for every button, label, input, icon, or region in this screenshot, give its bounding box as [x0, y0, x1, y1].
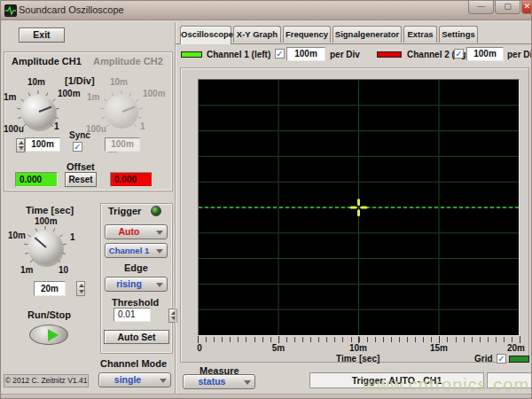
chevron-down-icon [156, 249, 163, 254]
tab-oscilloscope[interactable]: Oscilloscope [180, 26, 231, 44]
scope-grid-and-trace [199, 80, 519, 335]
trigger-mode-value: Auto [106, 225, 153, 239]
x-major-tick [520, 336, 520, 343]
measure-value: status [184, 375, 240, 388]
trigger-mode-dropdown[interactable]: Auto [105, 224, 168, 239]
time-scale-1: 1 [70, 232, 75, 242]
x-axis-ticks [198, 337, 520, 342]
ch2-scale-1m: 1m [87, 92, 99, 102]
offset-reset-button[interactable]: Reset [65, 172, 97, 187]
threshold-spinner[interactable] [168, 309, 177, 323]
channel2-checkbox[interactable]: ✓ [454, 49, 464, 59]
channel1-color-swatch [181, 51, 202, 58]
minimize-button[interactable]: — [468, 1, 494, 14]
channel-mode-dropdown[interactable]: single [98, 372, 171, 387]
x-major-tick [278, 336, 279, 343]
channel2-per-div-field[interactable]: 100m [466, 47, 504, 61]
ch2-scale-100m: 100m [143, 89, 166, 98]
watermark: www.cntronics.com [363, 375, 529, 395]
channel2-per-div-label: per Div [507, 50, 532, 59]
x-tick-20m: 20m [507, 343, 525, 353]
tab-xy-graph[interactable]: X-Y Graph [233, 26, 281, 43]
amplitude-ch1-spinner[interactable] [16, 138, 25, 153]
tab-extras[interactable]: Extras [403, 26, 437, 43]
channel1-per-div-label: per Div [330, 50, 360, 59]
trigger-label: Trigger [108, 206, 141, 216]
time-scale-100m: 100m [35, 216, 58, 226]
x-tick-0: 0 [197, 343, 202, 353]
run-stop-button[interactable] [29, 325, 68, 345]
close-button[interactable]: ✕ [521, 1, 532, 14]
trigger-led [151, 206, 161, 216]
window-title: Soundcard Oszilloscope [19, 4, 124, 15]
time-scale-10m: 10m [8, 231, 26, 240]
x-major-tick [358, 336, 359, 343]
x-axis-label: Time [sec] [336, 354, 379, 364]
chevron-down-icon [156, 231, 163, 235]
titlebar: Soundcard Oszilloscope — ▢ ✕ [1, 1, 532, 20]
time-field[interactable]: 20m [34, 281, 66, 296]
time-label: Time [sec] [26, 205, 74, 215]
x-tick-15m: 15m [430, 343, 448, 353]
amplitude-ch1-label: Amplitude CH1 [12, 56, 82, 66]
offset-label: Offset [66, 161, 95, 172]
ch1-scale-1m: 1m [4, 92, 16, 102]
grid-color-swatch [509, 356, 529, 363]
x-tick-5m: 5m [272, 343, 285, 353]
run-stop-label: Run/Stop [27, 309, 71, 320]
trigger-source-dropdown[interactable]: Channel 1 [105, 243, 168, 258]
amplitude-ch1-field[interactable]: 100m [25, 137, 60, 152]
scope-plot[interactable] [198, 79, 520, 336]
trigger-source-value: Channel 1 [106, 244, 153, 257]
channel-mode-value: single [99, 373, 156, 387]
version-bar: © 2012 C. Zeitnitz V1.41 [4, 374, 89, 387]
play-icon [48, 329, 59, 341]
trigger-edge-dropdown[interactable]: rising [105, 277, 168, 292]
panel-divider [175, 22, 176, 394]
app-window: Soundcard Oszilloscope — ▢ ✕ Exit Amplit… [0, 0, 532, 399]
grid-checkbox[interactable]: ✓ [497, 354, 506, 364]
channel1-checkbox[interactable]: ✓ [275, 49, 285, 59]
edge-label: Edge [124, 262, 148, 273]
offset-ch2-field[interactable]: 0.000 [110, 172, 153, 187]
ch1-scale-100m: 100m [58, 89, 81, 98]
ch1-scale-10m: 10m [27, 77, 45, 87]
auto-set-button[interactable]: Auto Set [104, 330, 169, 344]
channel-mode-label: Channel Mode [100, 358, 167, 369]
trigger-edge-value: rising [106, 278, 153, 291]
ch1-scale-1: 1 [54, 121, 59, 131]
grid-label: Grid [474, 354, 493, 364]
amplitude-unit-label: [1/Div] [65, 75, 95, 86]
chevron-down-icon [160, 379, 167, 383]
amplitude-ch2-field[interactable]: 100m [105, 137, 140, 152]
chevron-down-icon [156, 283, 163, 287]
tab-signalgenerator[interactable]: Signalgenerator [332, 26, 402, 43]
tab-settings[interactable]: Settings [439, 26, 478, 43]
channel1-label: Channel 1 (left) [207, 50, 270, 59]
x-major-tick [198, 336, 199, 343]
time-scale-1m: 1m [20, 265, 33, 275]
channel2-color-swatch [377, 51, 402, 58]
sync-checkbox[interactable]: ✓ [73, 142, 82, 152]
x-major-tick [439, 336, 440, 343]
x-tick-10m: 10m [349, 343, 367, 353]
time-spinner[interactable] [76, 281, 85, 296]
threshold-label: Threshold [112, 297, 159, 308]
offset-ch1-field[interactable]: 0.000 [15, 172, 58, 187]
ch2-scale-10m: 10m [110, 77, 128, 87]
sync-label: Sync [69, 130, 90, 140]
maximize-button[interactable]: ▢ [495, 1, 520, 14]
exit-button[interactable]: Exit [19, 27, 65, 43]
tab-frequency[interactable]: Frequency [283, 26, 331, 43]
measure-dropdown[interactable]: status [183, 374, 255, 389]
ch2-scale-1: 1 [140, 121, 145, 131]
chevron-down-icon [244, 380, 251, 385]
ch1-scale-100u: 100u [4, 124, 24, 134]
threshold-field[interactable]: 0.01 [113, 308, 151, 322]
app-icon [4, 4, 17, 17]
amplitude-ch2-label: Amplitude CH2 [93, 56, 163, 66]
channel1-per-div-field[interactable]: 100m [286, 47, 325, 61]
time-scale-10: 10 [59, 265, 68, 275]
